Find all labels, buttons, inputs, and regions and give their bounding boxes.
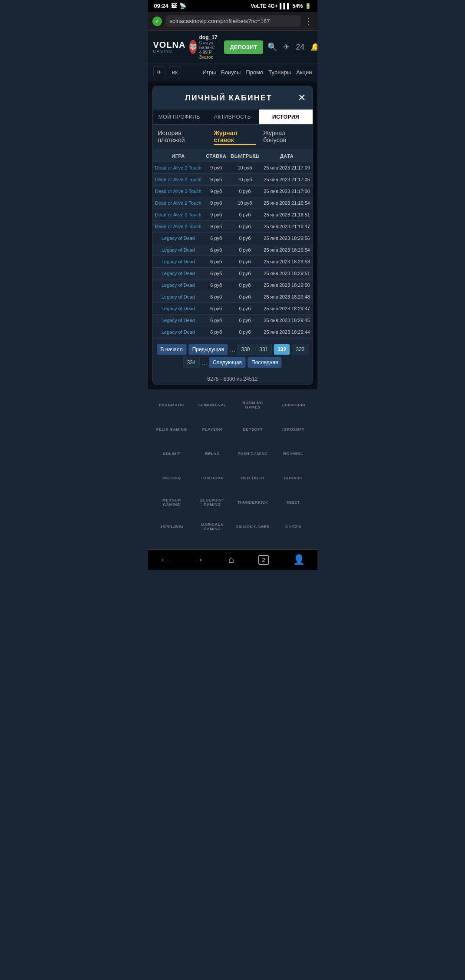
photo-icon: 🖼 (171, 3, 177, 9)
game-link[interactable]: Dead or Alive 2 Touch (155, 189, 201, 194)
pagination: В начало Предыдущая ... 330 331 332 333 … (153, 338, 313, 373)
date-cell: 25 янв 2023 21:16:51 (261, 209, 313, 221)
forward-button[interactable]: → (194, 554, 204, 565)
provider-logo[interactable]: BETSOFT (236, 421, 270, 438)
game-link[interactable]: Dead or Alive 2 Touch (155, 200, 201, 206)
game-link[interactable]: Dead or Alive 2 Touch (155, 165, 201, 170)
provider-logo[interactable]: INBET (277, 494, 310, 511)
nav-bonuses[interactable]: Бонусы (221, 69, 241, 76)
telegram-icon[interactable]: ✈ (153, 66, 165, 78)
provider-logo[interactable]: THUNDERKICK (236, 494, 270, 511)
game-link[interactable]: Legacy of Dead (162, 259, 195, 264)
game-link[interactable]: Legacy of Dead (162, 282, 195, 288)
provider-logo[interactable]: zillion GAMES (236, 518, 270, 535)
subtab-bonuses[interactable]: Журнал бонусов (263, 130, 307, 145)
table-row: Legacy of Dead 6 руб 0 руб 25 янв 2023 1… (153, 233, 313, 244)
message-icon[interactable]: ✈ (283, 42, 290, 52)
sim-icon: VoLTE 4G+ (251, 3, 278, 9)
date-cell: 25 янв 2023 18:29:54 (261, 244, 313, 256)
providers-grid: PRAGMATICSpinomenalBOOMING GAMESQUICKSPI… (155, 396, 310, 535)
page-last-button[interactable]: Последняя (247, 357, 282, 368)
page-prev-button[interactable]: Предыдущая (188, 344, 228, 355)
date-cell: 25 янв 2023 18:29:50 (261, 279, 313, 291)
nav-actions[interactable]: Акции (296, 69, 312, 76)
provider-logo[interactable]: TOM HORN (195, 469, 229, 487)
game-link[interactable]: Legacy of Dead (162, 247, 195, 252)
modal-title: ЛИЧНЫЙ КАБИНЕТ (160, 93, 298, 103)
provider-logo[interactable]: RED TIGER (236, 469, 270, 487)
notification-icon[interactable]: 🔔 1 (310, 42, 317, 52)
provider-logo[interactable]: blueprint GAMING (195, 494, 229, 511)
page-next-button[interactable]: Следующая (209, 357, 246, 368)
subtab-payments[interactable]: История платежей (158, 130, 207, 145)
page-334[interactable]: 334 (183, 357, 200, 368)
win-cell: 0 руб (228, 186, 261, 197)
game-link[interactable]: Legacy of Dead (162, 318, 195, 323)
table-row: Dead or Alive 2 Touch 9 руб 10 руб 25 ян… (153, 197, 313, 209)
browser-bar: ✓ volnacasinovip.com/profile/bets?nc=167… (148, 12, 317, 31)
page-first-button[interactable]: В начало (157, 344, 187, 355)
game-link[interactable]: Legacy of Dead (162, 271, 195, 276)
game-link[interactable]: Legacy of Dead (162, 294, 195, 299)
provider-logo[interactable]: PRAGMATIC (155, 396, 189, 414)
home-button[interactable]: ⌂ (228, 554, 234, 565)
game-link[interactable]: Dead or Alive 2 Touch (155, 212, 201, 217)
deposit-button[interactable]: ДЕПОЗИТ (224, 40, 264, 54)
profile-button[interactable]: 👤 (293, 554, 305, 565)
nav-promo[interactable]: Промо (246, 69, 263, 76)
support-icon[interactable]: 24 (296, 43, 304, 52)
provider-logo[interactable]: nolimit (155, 445, 189, 462)
bet-cell: 9 руб (204, 162, 228, 174)
provider-logo[interactable]: PLAYSON (195, 421, 229, 438)
provider-logo[interactable]: PUSH GAMING (236, 445, 270, 462)
tabs-button[interactable]: 2 (258, 555, 268, 565)
modal-tabs: МОЙ ПРОФИЛЬ АКТИВНОСТЬ ИСТОРИЯ (153, 110, 313, 125)
provider-logo[interactable]: RUGASO (277, 469, 310, 487)
tab-activity[interactable]: АКТИВНОСТЬ (206, 110, 259, 124)
game-link[interactable]: Dead or Alive 2 Touch (155, 177, 201, 182)
provider-logo[interactable]: BOOMING GAMES (236, 396, 270, 414)
bottom-nav: ← → ⌂ 2 👤 (148, 549, 317, 570)
vk-icon[interactable]: вк (169, 66, 181, 78)
page-330[interactable]: 330 (237, 344, 254, 355)
table-row: Legacy of Dead 6 руб 0 руб 25 янв 2023 1… (153, 326, 313, 338)
table-row: Legacy of Dead 6 руб 0 руб 25 янв 2023 1… (153, 291, 313, 303)
provider-logo[interactable]: Spinomenal (195, 396, 229, 414)
page-333[interactable]: 333 (292, 344, 308, 355)
game-link[interactable]: Legacy of Dead (162, 236, 195, 241)
tab-history[interactable]: ИСТОРИЯ (259, 110, 313, 124)
table-header: ИГРА СТАВКА ВЫИГРЫШ ДАТА (153, 150, 313, 162)
nav-games[interactable]: Игры (203, 69, 216, 76)
provider-logo[interactable]: WAZDAN (155, 469, 189, 487)
win-cell: 10 руб (228, 162, 261, 174)
page-331[interactable]: 331 (255, 344, 272, 355)
url-bar[interactable]: volnacasinovip.com/profile/bets?nc=167 (165, 15, 301, 27)
game-link[interactable]: Legacy of Dead (162, 329, 195, 335)
subtab-bets[interactable]: Журнал ставок (214, 130, 256, 145)
bet-cell: 9 руб (204, 209, 228, 221)
back-button[interactable]: ← (160, 554, 170, 565)
page-332[interactable]: 332 (274, 344, 290, 355)
modal: ЛИЧНЫЙ КАБИНЕТ ✕ МОЙ ПРОФИЛЬ АКТИВНОСТЬ … (152, 86, 313, 385)
provider-logo[interactable]: 1SPIN4WIN (155, 518, 189, 535)
modal-close-button[interactable]: ✕ (298, 92, 306, 103)
provider-logo[interactable]: QUICKSPIN (277, 396, 310, 414)
bet-cell: 6 руб (204, 315, 228, 326)
game-link[interactable]: Legacy of Dead (162, 306, 195, 311)
bet-cell: 6 руб (204, 268, 228, 279)
provider-logo[interactable]: MERNUR GAMING (155, 494, 189, 511)
search-icon[interactable]: 🔍 (267, 42, 277, 52)
provider-logo[interactable]: Maricala Gaming (195, 518, 229, 535)
provider-logo[interactable]: RELAX (195, 445, 229, 462)
nav-tournaments[interactable]: Турниры (268, 69, 291, 76)
provider-logo[interactable]: GAMZIX (277, 518, 310, 535)
bet-cell: 6 руб (204, 326, 228, 338)
game-link[interactable]: Dead or Alive 2 Touch (155, 224, 201, 229)
browser-menu-icon[interactable]: ⋮ (304, 16, 313, 27)
tab-profile[interactable]: МОЙ ПРОФИЛЬ (153, 110, 206, 124)
provider-logo[interactable]: BGAMING (277, 445, 310, 462)
date-cell: 25 янв 2023 21:16:47 (261, 221, 313, 233)
win-cell: 0 руб (228, 256, 261, 268)
provider-logo[interactable]: FELIX GAMING (155, 421, 189, 438)
provider-logo[interactable]: Igrosoft (277, 421, 310, 438)
